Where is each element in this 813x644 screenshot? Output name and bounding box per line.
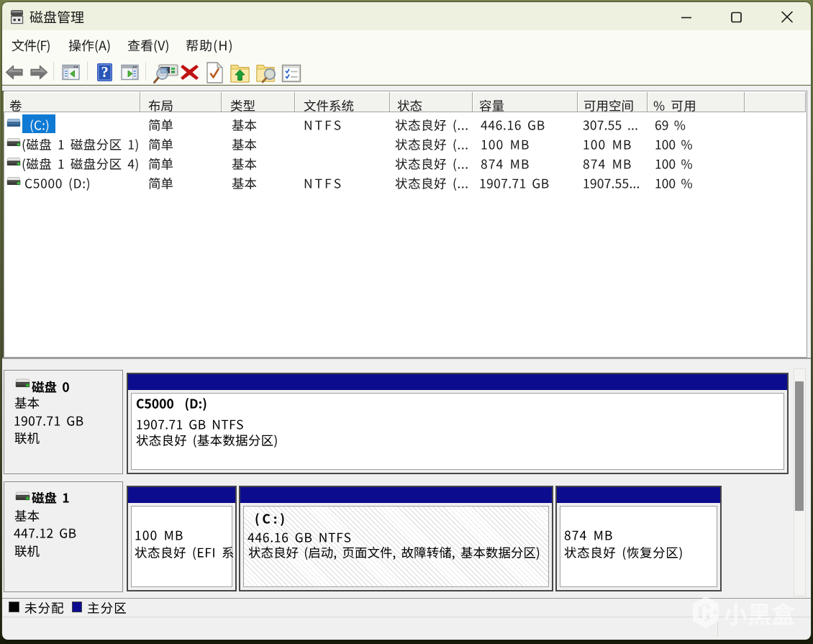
svg-text:?: ? xyxy=(101,64,109,80)
